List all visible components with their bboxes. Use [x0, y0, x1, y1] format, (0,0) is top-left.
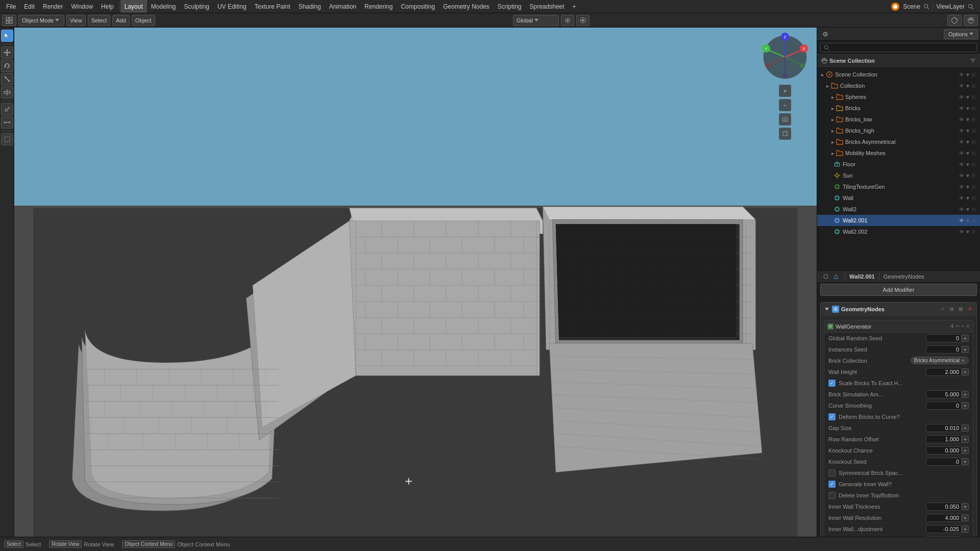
zoom-in-btn[interactable]: + [779, 85, 791, 97]
viewport-gizmo[interactable]: X Y Z [760, 32, 811, 83]
modifier-apply-btn[interactable]: ✓ [939, 306, 946, 313]
field-symmetrical-brick-checkbox[interactable] [828, 469, 836, 477]
node-group-delete-btn[interactable]: ✕ [966, 323, 970, 329]
field-inner-wall-resolution-add[interactable]: + [962, 514, 969, 521]
field-random-x-scale-sp-input[interactable] [926, 536, 962, 537]
toolbar-viewport-shading-btn[interactable] [964, 15, 978, 26]
field-curve-smoothing-add[interactable]: + [962, 402, 969, 409]
menu-sculpting[interactable]: Sculpting [180, 0, 213, 13]
menu-help[interactable]: Help [97, 0, 118, 13]
collection-item-wall2-001[interactable]: Wall2.001 👁 ▼ ☉ [817, 215, 980, 226]
modifier-expand-icon[interactable] [824, 306, 830, 312]
collection-item-wall[interactable]: Wall 👁 ▼ ☉ [817, 192, 980, 204]
field-gap-size-input[interactable] [926, 424, 962, 432]
menu-rendering[interactable]: Rendering [360, 0, 397, 13]
field-instances-seed-add[interactable]: + [962, 346, 969, 353]
tab-scene-collection[interactable] [819, 29, 831, 40]
scene-search-icon[interactable] [923, 4, 929, 10]
tool-annotate[interactable] [1, 103, 13, 115]
scene-search-input[interactable] [831, 44, 973, 51]
options-button[interactable]: Scene Collection Options [944, 29, 978, 39]
collection-item-bricks-asym[interactable]: ▸ Bricks Asymmetrical 👁 ▼ ☉ [817, 136, 980, 147]
node-group-edit-btn[interactable]: ✏ [955, 323, 960, 329]
menu-animation[interactable]: Animation [325, 0, 360, 13]
tool-move[interactable] [1, 46, 13, 59]
collection-item-bricks-high[interactable]: ▸ Bricks_high 👁 ▼ ☉ [817, 125, 980, 136]
props-tab-scene[interactable] [821, 272, 830, 281]
field-inner-wall-thickness-input[interactable] [926, 503, 962, 511]
field-brick-simulation-input[interactable] [926, 390, 962, 398]
field-wall-height-add[interactable]: + [962, 368, 969, 375]
toolbar-icon-grid[interactable] [2, 15, 16, 26]
tool-rotate[interactable] [1, 60, 13, 72]
field-row-random-offset-input[interactable] [926, 435, 962, 443]
field-inner-wall-resolution-input[interactable] [926, 514, 962, 522]
tool-transform[interactable] [1, 86, 13, 98]
field-inner-wall-adjustment-input[interactable] [926, 525, 962, 533]
add-modifier-button[interactable]: Add Modifier [820, 284, 977, 296]
menu-spreadsheet[interactable]: Spreadsheet [526, 0, 569, 13]
menu-window[interactable]: Window [67, 0, 97, 13]
field-gap-size-add[interactable]: + [962, 424, 969, 432]
menu-layout[interactable]: Layout [120, 0, 147, 13]
field-knockout-seed-add[interactable]: + [962, 458, 969, 465]
toolbar-snap-btn[interactable] [561, 15, 574, 26]
perspective-toggle-btn[interactable] [779, 128, 791, 140]
menu-compositing[interactable]: Compositing [397, 0, 439, 13]
modifier-duplicate-btn[interactable]: ⧉ [948, 306, 955, 313]
toolbar-overlay-btn[interactable] [947, 15, 962, 26]
tool-cursor[interactable] [1, 30, 13, 42]
field-knockout-chance-add[interactable]: + [962, 447, 969, 454]
collection-item-sun[interactable]: Sun 👁 ▼ ☉ [817, 170, 980, 181]
zoom-out-btn[interactable]: − [779, 99, 791, 111]
field-inner-wall-thickness-add[interactable]: + [962, 503, 969, 510]
field-wall-height-input[interactable] [926, 368, 962, 376]
menu-plus[interactable]: + [569, 0, 580, 13]
modifier-delete-btn[interactable]: ✕ [966, 306, 973, 313]
menu-file[interactable]: File [2, 0, 20, 13]
props-tab-modifier[interactable] [831, 272, 841, 281]
field-global-random-seed-add[interactable]: + [962, 335, 969, 342]
menu-texture-paint[interactable]: Texture Paint [251, 0, 295, 13]
view-layer-search-icon[interactable] [968, 4, 974, 10]
menu-edit[interactable]: Edit [20, 0, 39, 13]
tool-measure[interactable] [1, 116, 13, 129]
collection-scene-root[interactable]: ▸ Scene Collection 👁 ▼ ☉ [817, 69, 980, 80]
menu-modeling[interactable]: Modeling [147, 0, 180, 13]
collection-item-tiling[interactable]: TilingTextureGen 👁 ▼ ☉ [817, 181, 980, 192]
brick-collection-tag-close[interactable]: ✕ [961, 358, 965, 363]
menu-render[interactable]: Render [39, 0, 67, 13]
toolbar-add-btn[interactable]: Add [112, 15, 130, 26]
field-global-random-seed-input[interactable] [926, 334, 962, 342]
brick-collection-tag[interactable]: Bricks Asymmetrical ✕ [911, 357, 969, 364]
collection-item-spheres[interactable]: ▸ Spheres 👁 ▼ ☉ [817, 91, 980, 103]
field-instances-seed-input[interactable] [926, 345, 962, 354]
collection-item-wall2[interactable]: Wall2 👁 ▼ ☉ [817, 204, 980, 215]
camera-btn[interactable] [779, 113, 791, 126]
field-inner-wall-adjustment-add[interactable]: + [962, 525, 969, 533]
field-random-x-scale-sp-add[interactable]: + [962, 537, 969, 537]
toolbar-select-btn[interactable]: Select [88, 15, 111, 26]
object-mode-dropdown[interactable]: Object Mode [18, 15, 64, 26]
field-knockout-seed-input[interactable] [926, 458, 962, 466]
menu-scripting[interactable]: Scripting [494, 0, 526, 13]
collection-item-collection[interactable]: ▸ Collection 👁 ▼ ☉ [817, 80, 980, 91]
tool-box-select[interactable] [1, 133, 13, 145]
menu-geometry-nodes[interactable]: Geometry Nodes [439, 0, 494, 13]
viewport[interactable]: X Y Z + − [14, 28, 817, 537]
collection-item-bricks[interactable]: ▸ Bricks 👁 ▼ ☉ [817, 103, 980, 114]
field-scale-bricks-checkbox[interactable] [828, 380, 836, 387]
field-row-random-offset-add[interactable]: + [962, 436, 969, 443]
node-group-add-btn[interactable]: + [961, 323, 964, 329]
toolbar-view-btn[interactable]: View [66, 15, 86, 26]
collection-item-bricks-low[interactable]: ▸ Bricks_low 👁 ▼ ☉ [817, 114, 980, 125]
menu-shading[interactable]: Shading [295, 0, 325, 13]
field-knockout-chance-input[interactable] [926, 446, 962, 455]
toolbar-object-btn[interactable]: Object [132, 15, 155, 26]
modifier-bake-btn[interactable]: ⊞ [957, 306, 964, 313]
tool-scale[interactable] [1, 73, 13, 85]
field-brick-simulation-add[interactable]: + [962, 391, 969, 398]
toolbar-proportional-btn[interactable] [576, 15, 590, 26]
field-curve-smoothing-input[interactable] [926, 402, 962, 410]
menu-uv-editing[interactable]: UV Editing [213, 0, 251, 13]
